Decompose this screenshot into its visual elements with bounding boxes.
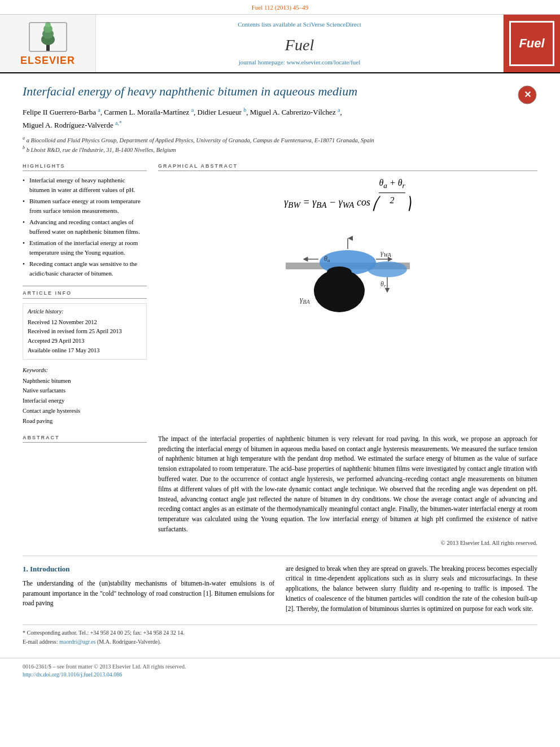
elsevier-logo-area: ELSEVIER — [0, 15, 96, 72]
intro-paragraph-left: The understanding of the (un)stability m… — [23, 579, 274, 609]
introduction-section: 1. Introduction The understanding of the… — [23, 564, 537, 614]
received-date: Received 12 November 2012 — [28, 318, 142, 327]
paper-title: Interfacial energy of heavy naphthenic b… — [23, 84, 537, 100]
doi-link[interactable]: http://dx.doi.org/10.1016/j.fuel.2013.04… — [23, 671, 122, 678]
authors-line: Felipe II Guerrero-Barba a, Carmen L. Mo… — [23, 106, 537, 132]
highlights-label: HIGHLIGHTS — [23, 163, 147, 172]
introduction-right: are designed to break when they are spre… — [286, 564, 537, 614]
graphical-abstract-label: GRAPHICAL ABSTRACT — [158, 163, 537, 172]
right-column: GRAPHICAL ABSTRACT γBW = γBA − γWA cos ⎛… — [158, 163, 537, 426]
elsevier-text: ELSEVIER — [20, 54, 75, 68]
history-label: Article history: — [28, 307, 142, 317]
keywords-box: Keywords: Naphthenic bitumen Native surf… — [23, 364, 147, 426]
svg-point-16 — [327, 267, 352, 278]
highlight-item: Interfacial energy of heavy naphthenic b… — [23, 176, 147, 194]
abstract-section: ABSTRACT The impact of the interfacial p… — [23, 434, 537, 548]
keyword: Naphthenic bitumen — [23, 376, 147, 386]
keyword: Road paving — [23, 416, 147, 426]
bottom-bar: 0016-2361/$ – see front matter © 2013 El… — [0, 658, 560, 683]
sciverse-link-text[interactable]: SciVerse ScienceDirect — [303, 21, 361, 28]
highlight-item: Receding contact angle was sensitive to … — [23, 259, 147, 278]
contact-angle-diagram: γWA θa γBA θr — [240, 219, 455, 331]
abstract-right-col: The impact of the interfacial properties… — [158, 434, 537, 548]
affiliations: a a Biocolloid and Fluid Physics Group, … — [23, 135, 537, 155]
journal-reference: Fuel 112 (2013) 45–49 — [0, 0, 560, 15]
intro-paragraph-right: are designed to break when they are spre… — [286, 564, 537, 614]
abstract-label: ABSTRACT — [23, 434, 147, 443]
highlight-item: Advancing and receding contact angles of… — [23, 217, 147, 236]
highlight-item: Estimation of the interfacial energy at … — [23, 238, 147, 257]
intro-heading: 1. Introduction — [23, 564, 274, 574]
svg-text:γBA: γBA — [300, 295, 310, 305]
footnote-area: * Corresponding author. Tel.: +34 958 24… — [23, 624, 537, 646]
copyright-text: © 2013 Elsevier Ltd. All rights reserved… — [158, 539, 537, 548]
journal-homepage: journal homepage: www.elsevier.com/locat… — [239, 58, 361, 67]
email-note: E-mail address: maordri@ugr.es (M.A. Rod… — [23, 637, 537, 646]
fuel-badge: Fuel — [509, 21, 554, 66]
introduction-left: 1. Introduction The understanding of the… — [23, 564, 274, 614]
keyword: Native surfactants — [23, 386, 147, 396]
highlights-graphical-section: HIGHLIGHTS Interfacial energy of heavy n… — [23, 163, 537, 426]
journal-info-center: Contents lists available at SciVerse Sci… — [96, 15, 504, 72]
doi-line: http://dx.doi.org/10.1016/j.fuel.2013.04… — [23, 671, 537, 679]
article-history: Article history: Received 12 November 20… — [23, 303, 147, 360]
keywords-label: Keywords: — [23, 366, 147, 375]
available-date: Available online 17 May 2013 — [28, 346, 142, 356]
svg-text:θr: θr — [380, 280, 386, 289]
section-divider — [23, 556, 537, 556]
abstract-two-col: ABSTRACT The impact of the interfacial p… — [23, 434, 537, 548]
article-info-box: ARTICLE INFO Article history: Received 1… — [23, 286, 147, 426]
journal-header: ELSEVIER Contents lists available at Sci… — [0, 15, 560, 73]
accepted-date: Accepted 29 April 2013 — [28, 337, 142, 346]
crossmark-icon: ✕ — [517, 85, 537, 105]
svg-point-18 — [368, 261, 407, 277]
keywords-list: Naphthenic bitumen Native surfactants In… — [23, 376, 147, 426]
revised-date: Received in revised form 25 April 2013 — [28, 327, 142, 337]
diagram-area: γWA θa γBA θr — [158, 219, 537, 331]
email-link[interactable]: maordri@ugr.es — [59, 639, 95, 645]
keyword: Interfacial energy — [23, 396, 147, 406]
issn-line: 0016-2361/$ – see front matter © 2013 El… — [23, 663, 537, 671]
contents-available-text: Contents lists available at SciVerse Sci… — [238, 20, 361, 29]
abstract-left-label-col: ABSTRACT — [23, 434, 147, 548]
journal-name: Fuel — [285, 34, 314, 56]
highlight-item: Bitumen surface energy at room temperatu… — [23, 196, 147, 215]
elsevier-tree-icon — [28, 21, 68, 53]
journal-badge-area: Fuel — [504, 15, 560, 72]
highlights-list: Interfacial energy of heavy naphthenic b… — [23, 176, 147, 278]
svg-text:✕: ✕ — [524, 90, 531, 99]
keyword: Contact angle hysteresis — [23, 406, 147, 416]
svg-text:γWA: γWA — [380, 248, 392, 258]
abstract-text: The impact of the interfacial properties… — [158, 434, 537, 535]
corresponding-author-note: * Corresponding author. Tel.: +34 958 24… — [23, 628, 537, 637]
left-column: HIGHLIGHTS Interfacial energy of heavy n… — [23, 163, 147, 426]
article-info-label: ARTICLE INFO — [23, 290, 147, 299]
paper-body: ✕ Interfacial energy of heavy naphthenic… — [0, 73, 560, 657]
formula-display: γBW = γBA − γWA cos ⎛θa + θr2⎞ — [158, 177, 537, 213]
